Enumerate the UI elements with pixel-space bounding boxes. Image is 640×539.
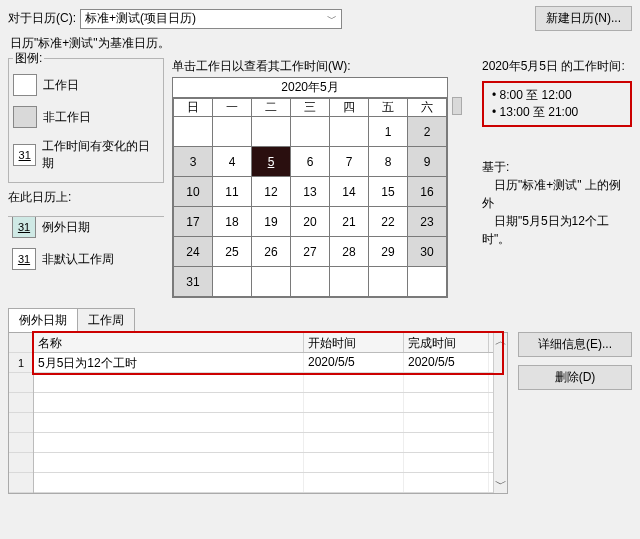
baseline-text: 日历"标准+测试"为基准日历。 — [0, 33, 640, 58]
calendar-cell[interactable]: 21 — [330, 207, 369, 237]
based-on-text-1: 日历"标准+测试" 上的例外 — [482, 176, 632, 212]
calendar-cell[interactable]: 14 — [330, 177, 369, 207]
table-row[interactable] — [34, 433, 493, 453]
calendar-cell[interactable]: 3 — [174, 147, 213, 177]
calendar[interactable]: 2020年5月 日一二三四五六1234567891011121314151617… — [172, 77, 448, 298]
swatch-workday — [13, 74, 37, 96]
swatch-nonworkday — [13, 106, 37, 128]
calendar-cell[interactable]: 15 — [369, 177, 408, 207]
dow-header: 一 — [213, 99, 252, 117]
calendar-cell[interactable]: 22 — [369, 207, 408, 237]
calendar-cell[interactable]: 29 — [369, 237, 408, 267]
chevron-down-icon: ﹀ — [327, 12, 337, 26]
row-index[interactable] — [9, 373, 33, 393]
calendar-cell[interactable]: 13 — [291, 177, 330, 207]
legend-nonworkday: 非工作日 — [43, 109, 91, 126]
calendar-cell[interactable]: 19 — [252, 207, 291, 237]
swatch-edited: 31 — [13, 144, 36, 166]
row-index[interactable] — [9, 413, 33, 433]
details-button[interactable]: 详细信息(E)... — [518, 332, 632, 357]
row-index[interactable]: 1 — [9, 353, 33, 373]
calendar-cell[interactable]: 12 — [252, 177, 291, 207]
table-row[interactable] — [34, 453, 493, 473]
calendar-cell — [369, 267, 408, 297]
table-row[interactable] — [34, 413, 493, 433]
dow-header: 四 — [330, 99, 369, 117]
cell-end[interactable]: 2020/5/5 — [404, 353, 489, 372]
hours-line-1: 8:00 至 12:00 — [492, 87, 622, 104]
calendar-cell[interactable]: 7 — [330, 147, 369, 177]
calendar-cell[interactable]: 20 — [291, 207, 330, 237]
legend-title: 图例: — [13, 50, 44, 67]
row-index[interactable] — [9, 453, 33, 473]
calendar-cell[interactable]: 6 — [291, 147, 330, 177]
based-on-text-2: 日期"5月5日为12个工时"。 — [482, 212, 632, 248]
calendar-cell[interactable]: 4 — [213, 147, 252, 177]
calendar-cell[interactable]: 28 — [330, 237, 369, 267]
calendar-cell[interactable]: 23 — [408, 207, 447, 237]
col-name[interactable]: 名称 — [34, 333, 304, 352]
calendar-cell — [252, 267, 291, 297]
table-row[interactable] — [34, 393, 493, 413]
tab-exceptions[interactable]: 例外日期 — [8, 308, 78, 332]
calendar-cell[interactable]: 31 — [174, 267, 213, 297]
calendar-cell[interactable]: 1 — [369, 117, 408, 147]
new-calendar-button[interactable]: 新建日历(N)... — [535, 6, 632, 31]
calendar-cell — [408, 267, 447, 297]
table-row[interactable] — [34, 473, 493, 493]
calendar-cell — [330, 267, 369, 297]
calendar-cell[interactable]: 18 — [213, 207, 252, 237]
calendar-cell — [252, 117, 291, 147]
based-on-label: 基于: — [482, 159, 632, 176]
row-index[interactable] — [9, 473, 33, 493]
dow-header: 五 — [369, 99, 408, 117]
dow-header: 六 — [408, 99, 447, 117]
row-index[interactable] — [9, 393, 33, 413]
working-hours-box: 8:00 至 12:00 13:00 至 21:00 — [482, 81, 632, 127]
row-index[interactable] — [9, 433, 33, 453]
dow-header: 日 — [174, 99, 213, 117]
calendar-cell[interactable]: 8 — [369, 147, 408, 177]
table-row[interactable]: 5月5日为12个工时 2020/5/5 2020/5/5 — [34, 353, 493, 373]
calendar-cell[interactable]: 9 — [408, 147, 447, 177]
calendar-cell[interactable]: 24 — [174, 237, 213, 267]
cell-name[interactable]: 5月5日为12个工时 — [34, 353, 304, 372]
grid-scrollbar[interactable]: ︿﹀ — [493, 333, 507, 493]
legend-workday: 工作日 — [43, 77, 79, 94]
calendar-cell — [213, 267, 252, 297]
hours-line-2: 13:00 至 21:00 — [492, 104, 622, 121]
calendar-select[interactable]: 标准+测试(项目日历) ﹀ — [80, 9, 342, 29]
swatch-nondefault: 31 — [12, 248, 36, 270]
calendar-cell[interactable]: 17 — [174, 207, 213, 237]
calendar-cell[interactable]: 25 — [213, 237, 252, 267]
calendar-cell[interactable]: 2 — [408, 117, 447, 147]
calendar-cell — [291, 267, 330, 297]
delete-button[interactable]: 删除(D) — [518, 365, 632, 390]
calendar-cell — [174, 117, 213, 147]
hours-title: 2020年5月5日 的工作时间: — [482, 58, 632, 75]
calendar-cell[interactable]: 16 — [408, 177, 447, 207]
calendar-cell[interactable]: 10 — [174, 177, 213, 207]
calendar-cell[interactable]: 5 — [252, 147, 291, 177]
calendar-caption: 单击工作日以查看其工作时间(W): — [172, 58, 474, 75]
dow-header: 三 — [291, 99, 330, 117]
calendar-cell — [291, 117, 330, 147]
exceptions-grid[interactable]: 1 名称 开始时间 完成时间 5月5日为12个工时 2020/5/5 2020/… — [8, 332, 508, 494]
for-calendar-label: 对于日历(C): — [8, 10, 76, 27]
legend-exception: 例外日期 — [42, 219, 90, 236]
calendar-scroll[interactable] — [452, 97, 462, 115]
calendar-cell[interactable]: 30 — [408, 237, 447, 267]
calendar-cell[interactable]: 26 — [252, 237, 291, 267]
legend-title2: 在此日历上: — [8, 189, 164, 206]
cell-start[interactable]: 2020/5/5 — [304, 353, 404, 372]
col-start[interactable]: 开始时间 — [304, 333, 404, 352]
calendar-cell[interactable]: 27 — [291, 237, 330, 267]
calendar-cell[interactable]: 11 — [213, 177, 252, 207]
col-end[interactable]: 完成时间 — [404, 333, 489, 352]
calendar-cell — [213, 117, 252, 147]
table-row[interactable] — [34, 373, 493, 393]
tab-workweeks[interactable]: 工作周 — [77, 308, 135, 332]
calendar-cell — [330, 117, 369, 147]
rowhdr-blank — [9, 333, 33, 353]
legend-edited: 工作时间有变化的日期 — [42, 138, 159, 172]
